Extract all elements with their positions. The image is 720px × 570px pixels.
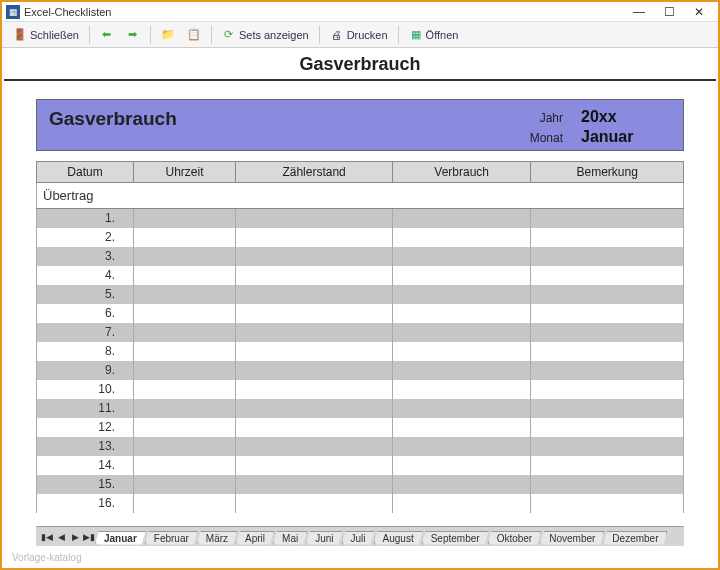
table-row[interactable]: 12. (37, 418, 684, 437)
cell[interactable] (531, 323, 684, 342)
copy-button[interactable]: 📋 (182, 26, 206, 44)
table-row[interactable]: 4. (37, 266, 684, 285)
cell[interactable] (134, 418, 236, 437)
cell[interactable] (531, 418, 684, 437)
cell[interactable] (531, 266, 684, 285)
open-button[interactable]: ▦ Öffnen (404, 26, 464, 44)
cell[interactable] (393, 380, 531, 399)
cell[interactable] (531, 304, 684, 323)
cell[interactable] (134, 494, 236, 513)
cell[interactable] (393, 209, 531, 228)
cell[interactable] (531, 399, 684, 418)
cell[interactable] (134, 361, 236, 380)
cell[interactable] (134, 342, 236, 361)
cell[interactable] (236, 494, 393, 513)
cell[interactable] (393, 456, 531, 475)
sheet-tab-januar[interactable]: Januar (95, 531, 146, 545)
cell[interactable] (531, 361, 684, 380)
sheet-tab-november[interactable]: November (540, 531, 604, 545)
table-row[interactable]: 1. (37, 209, 684, 228)
tab-nav-first[interactable]: ▮◀ (40, 530, 54, 544)
sheet-tab-juni[interactable]: Juni (306, 531, 342, 545)
cell[interactable] (531, 494, 684, 513)
table-row[interactable]: 14. (37, 456, 684, 475)
cell[interactable] (236, 209, 393, 228)
table-row[interactable]: 3. (37, 247, 684, 266)
cell[interactable] (134, 209, 236, 228)
cell[interactable] (393, 304, 531, 323)
table-row[interactable]: 6. (37, 304, 684, 323)
sheet-tab-april[interactable]: April (236, 531, 274, 545)
cell[interactable] (134, 380, 236, 399)
cell[interactable] (531, 456, 684, 475)
sheet-tab-mai[interactable]: Mai (273, 531, 307, 545)
cell[interactable] (236, 266, 393, 285)
cell[interactable] (393, 323, 531, 342)
cell[interactable] (393, 399, 531, 418)
minimize-button[interactable]: — (624, 3, 654, 21)
tab-nav-last[interactable]: ▶▮ (82, 530, 96, 544)
table-row[interactable]: 15. (37, 475, 684, 494)
cell[interactable] (531, 475, 684, 494)
cell[interactable] (236, 437, 393, 456)
cell[interactable] (393, 361, 531, 380)
sheet-tab-august[interactable]: August (374, 531, 423, 545)
print-button[interactable]: 🖨 Drucken (325, 26, 393, 44)
table-row[interactable]: 11. (37, 399, 684, 418)
cell[interactable] (134, 437, 236, 456)
table-row[interactable]: 7. (37, 323, 684, 342)
cell[interactable] (236, 304, 393, 323)
cell[interactable] (134, 399, 236, 418)
cell[interactable] (236, 456, 393, 475)
cell[interactable] (531, 285, 684, 304)
table-row[interactable]: 9. (37, 361, 684, 380)
cell[interactable] (236, 361, 393, 380)
sheet-tab-juli[interactable]: Juli (342, 531, 375, 545)
cell[interactable] (393, 266, 531, 285)
table-row[interactable]: 16. (37, 494, 684, 513)
cell[interactable] (236, 323, 393, 342)
table-row[interactable]: 5. (37, 285, 684, 304)
cell[interactable] (236, 475, 393, 494)
sheet-tab-märz[interactable]: März (197, 531, 237, 545)
cell[interactable] (236, 247, 393, 266)
cell[interactable] (393, 494, 531, 513)
table-row[interactable]: 8. (37, 342, 684, 361)
cell[interactable] (393, 228, 531, 247)
cell[interactable] (531, 247, 684, 266)
table-row[interactable]: 13. (37, 437, 684, 456)
close-window-button[interactable]: ✕ (684, 3, 714, 21)
cell[interactable] (134, 304, 236, 323)
cell[interactable] (236, 399, 393, 418)
tab-nav-prev[interactable]: ◀ (54, 530, 68, 544)
cell[interactable] (531, 380, 684, 399)
sheet-tab-dezember[interactable]: Dezember (603, 531, 667, 545)
cell[interactable] (531, 228, 684, 247)
maximize-button[interactable]: ☐ (654, 3, 684, 21)
cell[interactable] (531, 342, 684, 361)
nav-forward-button[interactable]: ➡ (121, 26, 145, 44)
nav-back-button[interactable]: ⬅ (95, 26, 119, 44)
cell[interactable] (134, 456, 236, 475)
cell[interactable] (393, 247, 531, 266)
cell[interactable] (134, 247, 236, 266)
cell[interactable] (134, 323, 236, 342)
cell[interactable] (134, 285, 236, 304)
cell[interactable] (393, 342, 531, 361)
cell[interactable] (134, 228, 236, 247)
cell[interactable] (393, 437, 531, 456)
sheet-tab-oktober[interactable]: Oktober (488, 531, 542, 545)
sheet-tab-februar[interactable]: Februar (145, 531, 198, 545)
cell[interactable] (393, 475, 531, 494)
cell[interactable] (236, 228, 393, 247)
folder-button[interactable]: 📁 (156, 26, 180, 44)
cell[interactable] (236, 285, 393, 304)
cell[interactable] (531, 209, 684, 228)
table-row[interactable]: 2. (37, 228, 684, 247)
cell[interactable] (236, 418, 393, 437)
cell[interactable] (134, 475, 236, 494)
sheet-tab-september[interactable]: September (422, 531, 489, 545)
table-row[interactable]: 10. (37, 380, 684, 399)
cell[interactable] (236, 342, 393, 361)
close-button[interactable]: 🚪 Schließen (8, 26, 84, 44)
